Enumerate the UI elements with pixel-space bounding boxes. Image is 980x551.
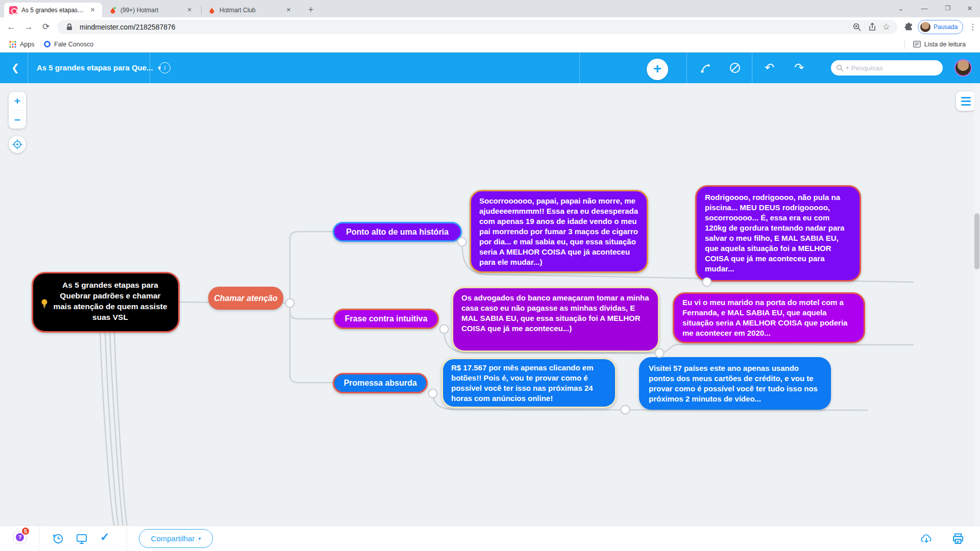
search-icon — [836, 64, 844, 72]
mindmap-node-promessa-absurda[interactable]: Promessa absurda — [333, 373, 428, 393]
mindmap-canvas[interactable]: As 5 grandes etapas para Quebrar padrões… — [0, 83, 980, 525]
user-avatar[interactable] — [954, 59, 972, 77]
info-icon[interactable]: i — [159, 62, 170, 73]
appbar-divider — [687, 53, 687, 83]
bookmark-label: Apps — [20, 41, 35, 48]
tab-title: As 5 grandes etapas para Quebra — [21, 7, 84, 14]
share-icon[interactable] — [867, 22, 877, 32]
mindmap-node-promessa-dinheiro[interactable]: R$ 17.567 por mês apenas clicando em bot… — [442, 358, 617, 408]
appbar-divider — [579, 53, 580, 83]
presentation-icon[interactable] — [76, 533, 88, 545]
bottom-toolbar: ? 5 ✓ Compartilhar ▾ — [0, 525, 980, 551]
map-search-box[interactable]: ▾ — [831, 60, 943, 76]
share-label: Compartilhar — [151, 534, 195, 543]
tab-hotmart-club[interactable]: Hotmart Club ✕ — [203, 3, 298, 17]
mindmap-node-chamar-atencao[interactable]: Chamar atenção — [208, 287, 283, 310]
center-map-button[interactable] — [9, 136, 26, 153]
new-tab-button[interactable]: + — [304, 4, 317, 17]
zoom-page-icon[interactable] — [852, 22, 862, 32]
tab-close-icon[interactable]: ✕ — [284, 6, 293, 14]
hotmart-favicon-icon — [208, 6, 215, 14]
bookmarks-divider — [904, 39, 905, 49]
bookmarks-bar: Apps Fale Conosco Lista de leitura — [0, 36, 980, 53]
bookmark-fale-conosco[interactable]: Fale Conosco — [41, 38, 96, 50]
tab-mindmeister[interactable]: As 5 grandes etapas para Quebra ✕ — [4, 3, 102, 17]
undo-icon[interactable]: ↶ — [765, 60, 774, 75]
crosshair-icon — [12, 139, 23, 150]
search-filter-caret-icon[interactable]: ▾ — [846, 65, 849, 70]
mindmap-node-ponto-alto[interactable]: Ponto alto de uma história — [333, 222, 462, 242]
notification-badge: 5 — [21, 527, 30, 536]
tab-strip: As 5 grandes etapas para Quebra ✕ (99+) … — [0, 0, 980, 17]
divider — [127, 526, 127, 551]
mindmap-node-marido-story[interactable]: Eu vi o meu marido na porta do motel com… — [673, 292, 865, 343]
tab-separator — [201, 6, 202, 14]
chevron-down-icon: ▾ — [198, 536, 201, 541]
root-node-text: As 5 grandes etapas para Quebrar padrões… — [53, 281, 167, 321]
hotmart-favicon-icon — [109, 6, 116, 14]
tab-close-icon[interactable]: ✕ — [88, 6, 97, 14]
lock-icon — [64, 22, 75, 32]
history-icon[interactable] — [52, 533, 64, 545]
mindmap-node-promessa-viagens[interactable]: Visitei 57 países este ano apenas usando… — [639, 357, 831, 410]
zoom-in-button[interactable]: + — [9, 92, 26, 110]
cloud-download-icon[interactable] — [920, 533, 933, 545]
window-minimize-button[interactable]: — — [913, 0, 936, 17]
browser-toolbar: ← → ⟳ mindmeister.com/2182587876 ☆ Pausa… — [0, 17, 980, 36]
scrollbar-thumb[interactable] — [974, 213, 979, 269]
print-icon[interactable] — [952, 533, 964, 545]
address-bar[interactable]: mindmeister.com/2182587876 ☆ — [57, 20, 897, 34]
add-node-button[interactable]: + — [647, 59, 668, 80]
browser-window: As 5 grandes etapas para Quebra ✕ (99+) … — [0, 0, 980, 551]
bookmark-star-icon[interactable]: ☆ — [883, 22, 890, 32]
tab-title: Hotmart Club — [219, 7, 280, 14]
appbar-divider — [150, 53, 150, 83]
divider — [39, 526, 39, 551]
reading-list-label: Lista de leitura — [924, 41, 966, 48]
mindmeister-favicon-icon — [9, 6, 17, 14]
map-menu-button[interactable] — [956, 91, 975, 111]
appbar-divider — [752, 53, 752, 83]
page-scrollbar — [974, 83, 980, 525]
tab-close-icon[interactable]: ✕ — [185, 6, 194, 14]
mindmap-node-socorro-story[interactable]: Socorroooooo, papai, papai não morre, me… — [470, 190, 648, 273]
boundary-block-icon[interactable] — [729, 62, 741, 74]
reading-list[interactable]: Lista de leitura — [910, 38, 969, 50]
mindmap-root-node[interactable]: As 5 grandes etapas para Quebrar padrões… — [32, 272, 180, 333]
tab-title: (99+) Hotmart — [120, 7, 181, 14]
bookmark-apps[interactable]: Apps — [6, 38, 38, 50]
redo-icon[interactable]: ↷ — [794, 60, 804, 75]
tab-hotmart[interactable]: (99+) Hotmart ✕ — [104, 3, 199, 17]
extensions-puzzle-icon[interactable] — [903, 21, 915, 32]
reading-list-icon — [913, 41, 921, 47]
fale-conosco-icon — [44, 41, 51, 47]
tab-search-chevron-icon[interactable]: ⌄ — [889, 0, 913, 17]
window-close-button[interactable]: ✕ — [960, 0, 980, 17]
back-icon[interactable]: ← — [4, 20, 18, 34]
zoom-out-button[interactable]: − — [9, 111, 26, 129]
profile-label: Pausada — [934, 23, 958, 31]
back-chevron-icon[interactable]: ❮ — [11, 60, 19, 76]
avatar — [920, 22, 930, 32]
mindmap-node-rodrigo-story[interactable]: Rodrigoooo, rodrigoooo, não pula na pisc… — [695, 185, 861, 282]
mindmap-node-advogados-story[interactable]: Os advogados do banco ameaçaram tomar a … — [452, 287, 659, 352]
lightbulb-icon — [41, 298, 48, 309]
bookmark-label: Fale Conosco — [54, 41, 93, 48]
profile-chip[interactable]: Pausada — [918, 20, 963, 34]
mindmap-node-frase-contra-intuitiva[interactable]: Frase contra intuitiva — [333, 309, 439, 329]
zoom-panel: + − — [9, 92, 26, 129]
mindmeister-appbar: ❮ As 5 grandes etapas para Que... ▾ i + … — [0, 53, 980, 83]
appbar-divider — [28, 53, 28, 83]
url-text: mindmeister.com/2182587876 — [80, 23, 847, 31]
reload-icon[interactable]: ⟳ — [39, 20, 53, 34]
apps-grid-icon — [9, 41, 16, 48]
connection-icon[interactable] — [700, 62, 712, 74]
forward-icon[interactable]: → — [21, 20, 36, 34]
share-button[interactable]: Compartilhar ▾ — [139, 529, 213, 548]
window-maximize-button[interactable]: ❐ — [936, 0, 960, 17]
map-search-input[interactable] — [851, 64, 923, 72]
map-title-dropdown[interactable]: As 5 grandes etapas para Que... ▾ — [37, 53, 161, 83]
kebab-menu-icon[interactable]: ⋮ — [966, 20, 980, 34]
map-title-text: As 5 grandes etapas para Que... — [37, 53, 153, 83]
tasks-check-icon[interactable]: ✓ — [100, 531, 109, 544]
